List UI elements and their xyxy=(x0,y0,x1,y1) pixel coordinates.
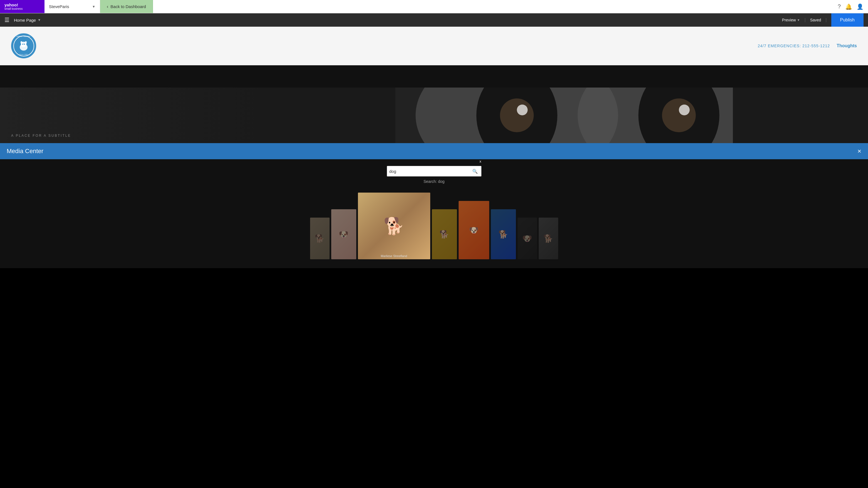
back-arrow-icon: ‹ xyxy=(107,4,108,9)
carousel-image-far-right: 🐕 xyxy=(539,218,558,259)
hero-image-section: A PLACE FOR A SUBTITLE xyxy=(0,88,868,143)
nav-divider-2: | xyxy=(826,18,827,23)
yahoo-logo: yahoo! small business xyxy=(0,0,44,13)
carousel-item-right-blue[interactable]: 🐕 xyxy=(491,209,516,259)
page-title-button[interactable]: Home Page ▼ xyxy=(14,18,41,23)
hero-dark-strip xyxy=(0,65,868,88)
search-label: Search: dog xyxy=(424,179,445,184)
nav-divider: | xyxy=(805,18,806,23)
media-center-header: Media Center × xyxy=(0,143,868,159)
dog-eyes-background xyxy=(0,88,868,143)
carousel-image-right: 🐕 xyxy=(432,209,457,259)
svg-point-12 xyxy=(662,98,696,132)
help-icon[interactable]: ? xyxy=(838,3,841,10)
thoughts-link[interactable]: Thoughts xyxy=(837,43,857,48)
top-bar: yahoo! small business SteveParis ▼ ‹ Bac… xyxy=(0,0,868,13)
back-to-dashboard-link[interactable]: ‹ Back to Dashboard xyxy=(100,0,153,13)
image-carousel: 🐕 🐶 🐕 Marliese Streefland 🐕 🐶 🐕 xyxy=(0,190,868,268)
site-logo: PENNY ANIMAL · CLINIC · Since 1982 xyxy=(11,33,36,58)
carousel-image-right-medium: 🐶 xyxy=(459,201,489,259)
account-selector[interactable]: SteveParis ▼ xyxy=(44,0,100,13)
search-button[interactable]: 🔍 xyxy=(471,168,479,175)
carousel-item-right[interactable]: 🐕 xyxy=(432,209,457,259)
carousel-image-far-left: 🐕 xyxy=(310,218,330,259)
preview-button[interactable]: Preview ▼ xyxy=(782,18,800,22)
carousel-item-far-left[interactable]: 🐕 xyxy=(310,218,330,259)
svg-point-13 xyxy=(517,104,528,115)
hero-subtitle: A PLACE FOR A SUBTITLE xyxy=(11,134,71,137)
search-bar-container: 🔍 xyxy=(387,166,482,176)
notification-icon[interactable]: 🔔 xyxy=(845,3,852,10)
back-to-dashboard-label: Back to Dashboard xyxy=(111,4,146,9)
search-bar-wrapper: 🔍 x xyxy=(387,166,482,176)
saved-label: Saved xyxy=(810,18,821,22)
carousel-item-far-right[interactable]: 🐕 xyxy=(539,218,558,259)
logo-text-top: PENNY ANIMAL xyxy=(12,36,35,37)
page-title-chevron-icon: ▼ xyxy=(37,18,41,22)
account-name: SteveParis xyxy=(49,4,90,9)
media-search-area: 🔍 x Search: dog xyxy=(0,159,868,190)
carousel-image-center: 🐕 xyxy=(358,193,430,259)
logo-text-since: Since 1982 xyxy=(20,54,28,55)
yahoo-logo-text: yahoo! xyxy=(4,3,23,7)
header-right: 24/7 EMERGENCIES: 212-555-1212 Thoughts xyxy=(758,43,857,48)
chevron-down-icon: ▼ xyxy=(92,5,95,9)
publish-button[interactable]: Publish xyxy=(831,13,864,27)
page-title-label: Home Page xyxy=(14,18,36,23)
website-container: PENNY ANIMAL · CLINIC · Since 1982 24/7 … xyxy=(0,27,868,268)
carousel-image-right-blue: 🐕 xyxy=(491,209,516,259)
svg-point-4 xyxy=(22,44,23,45)
preview-label: Preview xyxy=(782,18,796,22)
yahoo-logo-sub: small business xyxy=(4,7,23,10)
svg-rect-15 xyxy=(260,88,395,143)
hamburger-icon[interactable]: ☰ xyxy=(4,17,9,23)
media-center-close-button[interactable]: × xyxy=(858,148,861,155)
nav-right: Preview ▼ | Saved | Publish xyxy=(782,13,864,27)
photo-credit: Marliese Streefland xyxy=(358,254,430,258)
svg-point-14 xyxy=(679,104,690,115)
dog-hero-image xyxy=(260,88,868,143)
carousel-item-right-dark[interactable]: 🐶 xyxy=(518,218,537,259)
carousel-item-center[interactable]: 🐕 Marliese Streefland xyxy=(358,193,430,259)
small-x-button[interactable]: x xyxy=(479,159,482,163)
site-header: PENNY ANIMAL · CLINIC · Since 1982 24/7 … xyxy=(0,27,868,65)
search-input[interactable] xyxy=(390,169,471,174)
svg-point-5 xyxy=(24,44,25,45)
emergency-text: 24/7 EMERGENCIES: 212-555-1212 xyxy=(758,44,830,48)
secondary-nav: ☰ Home Page ▼ Preview ▼ | Saved | Publis… xyxy=(0,13,868,27)
carousel-item-left[interactable]: 🐶 xyxy=(331,209,356,259)
user-icon[interactable]: 👤 xyxy=(857,3,864,10)
top-bar-icons: ? 🔔 👤 xyxy=(833,3,868,10)
svg-point-11 xyxy=(500,98,534,132)
carousel-image-left: 🐶 xyxy=(331,209,356,259)
logo-text-clinic: · CLINIC · xyxy=(19,45,28,47)
carousel-image-right-dark: 🐶 xyxy=(518,218,537,259)
carousel-item-right-medium[interactable]: 🐶 xyxy=(459,201,489,259)
preview-chevron-icon: ▼ xyxy=(797,18,800,22)
media-center-title: Media Center xyxy=(7,148,43,155)
media-center-overlay: Media Center × 🔍 x Search: dog 🐕 🐶 xyxy=(0,143,868,268)
svg-rect-16 xyxy=(733,88,868,143)
